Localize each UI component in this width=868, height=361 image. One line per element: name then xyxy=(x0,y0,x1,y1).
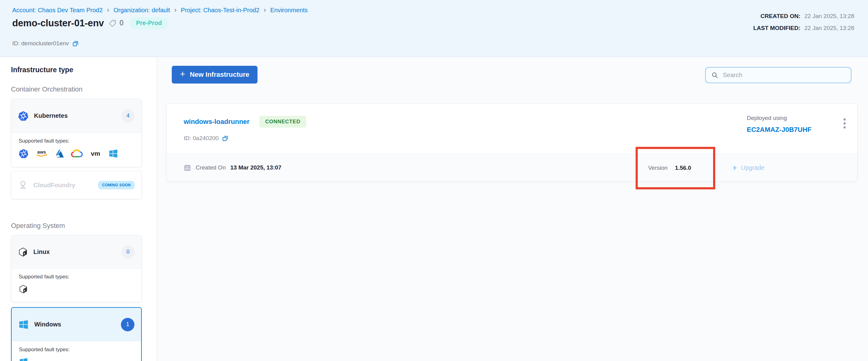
supported-fault-types-label: Supported fault types: xyxy=(19,138,134,144)
created-on-label: Created On xyxy=(196,164,226,171)
infra-type-card-cloudfoundry: CloudFoundry COMING SOON xyxy=(11,171,142,199)
plus-icon: + xyxy=(180,70,185,78)
infra-type-card-windows: Windows 1 Supported fault types: xyxy=(11,307,142,361)
container-orchestration-heading: Container Orchestration xyxy=(11,85,83,93)
infra-type-cloudfoundry: CloudFoundry COMING SOON xyxy=(11,171,142,199)
linux-supported-faults: Supported fault types: xyxy=(11,269,142,300)
infrastructure-id-row: ID: 0a240200 xyxy=(184,135,228,142)
windows-icon xyxy=(19,357,28,361)
created-on-label: CREATED ON: xyxy=(761,13,801,20)
last-modified-row: LAST MODIFIED: 22 Jan 2025, 13:28 xyxy=(753,25,854,32)
environment-meta: CREATED ON: 22 Jan 2025, 13:28 LAST MODI… xyxy=(753,13,854,37)
sidebar-title: Infrastructure type xyxy=(11,66,73,74)
deployed-using-label: Deployed using xyxy=(747,115,811,122)
windows-icon xyxy=(19,319,29,330)
infrastructure-type-sidebar: Infrastructure type Container Orchestrat… xyxy=(0,57,157,361)
deployed-using-link[interactable]: EC2AMAZ-J0B7UHF xyxy=(747,126,811,134)
version-label: Version xyxy=(648,165,668,171)
page-header: Account: Chaos Dev Team Prod2 › Organiza… xyxy=(0,0,868,57)
infra-type-label: Linux xyxy=(33,249,50,256)
copy-icon[interactable] xyxy=(222,135,228,142)
fault-type-icons: aws xyxy=(19,149,134,159)
infra-type-label: Kubernetes xyxy=(34,112,68,119)
cloudfoundry-icon xyxy=(18,180,28,190)
breadcrumb-project[interactable]: Project: Chaos-Test-in-Prod2 xyxy=(181,7,260,14)
operating-system-heading: Operating System xyxy=(11,222,65,230)
infra-type-label: Windows xyxy=(34,321,61,328)
tag-icon xyxy=(109,19,117,27)
breadcrumb-separator: › xyxy=(264,6,266,14)
infra-type-windows[interactable]: Windows 1 xyxy=(12,308,141,341)
infra-type-linux[interactable]: Linux 0 xyxy=(11,236,142,269)
page-title: demo-cluster-01-env xyxy=(12,18,104,29)
search-box xyxy=(705,67,851,83)
created-on-row: CREATED ON: 22 Jan 2025, 13:28 xyxy=(753,13,854,20)
infra-type-card-kubernetes: Kubernetes 4 Supported fault types: xyxy=(11,99,142,167)
infrastructure-name-row: windows-loadrunner CONNECTED xyxy=(184,116,306,128)
infrastructure-id: ID: 0a240200 xyxy=(184,135,219,142)
breadcrumb-environments[interactable]: Environments xyxy=(270,7,308,14)
infrastructure-card-footer: Created On 13 Mar 2025, 13:07 Version 1.… xyxy=(166,154,857,182)
linux-icon xyxy=(19,285,28,294)
last-modified-label: LAST MODIFIED: xyxy=(753,25,800,32)
environment-details-page: Account: Chaos Dev Team Prod2 › Organiza… xyxy=(0,0,868,361)
vmware-icon: vm xyxy=(89,149,102,158)
title-row: demo-cluster-01-env 0 Pre-Prod xyxy=(12,17,168,29)
kubernetes-count-badge: 4 xyxy=(121,109,135,123)
more-options-menu[interactable] xyxy=(842,117,847,130)
breadcrumb-separator: › xyxy=(107,6,109,14)
last-modified-value: 22 Jan 2025, 13:28 xyxy=(804,25,854,32)
env-type-badge: Pre-Prod xyxy=(130,17,167,29)
deployed-using-block: Deployed using EC2AMAZ-J0B7UHF xyxy=(747,115,811,134)
aws-icon: aws xyxy=(35,149,49,158)
status-badge: CONNECTED xyxy=(259,116,306,128)
breadcrumb-account[interactable]: Account: Chaos Dev Team Prod2 xyxy=(12,7,102,14)
breadcrumb-separator: › xyxy=(174,6,176,14)
environment-id: ID: democluster01env xyxy=(12,40,69,47)
created-on-value: 13 Mar 2025, 13:07 xyxy=(230,164,281,171)
linux-icon xyxy=(18,247,28,257)
tag-count: 0 xyxy=(119,19,123,27)
infrastructure-name-link[interactable]: windows-loadrunner xyxy=(184,118,250,126)
azure-icon xyxy=(55,149,65,158)
new-infrastructure-button[interactable]: + New Infrastructure xyxy=(172,66,257,84)
tags-indicator[interactable]: 0 xyxy=(109,19,123,27)
supported-fault-types-label: Supported fault types: xyxy=(19,347,134,353)
infrastructure-card: windows-loadrunner CONNECTED ID: 0a24020… xyxy=(166,103,858,182)
lightning-icon xyxy=(732,165,738,171)
svg-text:vm: vm xyxy=(91,150,100,157)
infra-type-card-linux: Linux 0 Supported fault types: xyxy=(11,235,142,302)
upgrade-label: Upgrade xyxy=(741,164,765,171)
breadcrumb-organization[interactable]: Organization: default xyxy=(114,7,170,14)
supported-fault-types-label: Supported fault types: xyxy=(19,274,134,280)
calendar-icon xyxy=(184,164,191,171)
environment-id-row: ID: democluster01env xyxy=(12,40,79,47)
kubernetes-supported-faults: Supported fault types: xyxy=(11,133,142,165)
windows-count-badge: 1 xyxy=(121,318,134,331)
kubernetes-icon xyxy=(19,149,29,159)
svg-text:aws: aws xyxy=(37,149,46,155)
copy-icon[interactable] xyxy=(72,40,79,47)
version-value: 1.56.0 xyxy=(675,165,691,171)
created-on-value: 22 Jan 2025, 13:28 xyxy=(804,13,854,20)
infra-type-kubernetes[interactable]: Kubernetes 4 xyxy=(11,99,142,133)
search-icon xyxy=(711,72,718,78)
infrastructures-panel: + New Infrastructure windows-loadrunner … xyxy=(157,57,868,361)
created-on-block: Created On 13 Mar 2025, 13:07 xyxy=(184,164,281,171)
kubernetes-icon xyxy=(18,111,29,121)
coming-soon-badge: COMING SOON xyxy=(98,181,135,189)
windows-icon xyxy=(108,149,118,159)
breadcrumb: Account: Chaos Dev Team Prod2 › Organiza… xyxy=(12,6,308,14)
version-block: Version 1.56.0 xyxy=(648,154,691,182)
linux-count-badge: 0 xyxy=(121,245,135,259)
fault-type-icons xyxy=(19,357,134,361)
windows-supported-faults: Supported fault types: xyxy=(12,341,141,361)
gcp-icon xyxy=(71,149,83,158)
upgrade-button[interactable]: Upgrade xyxy=(732,154,765,182)
fault-type-icons xyxy=(19,285,134,294)
search-input[interactable] xyxy=(723,72,845,78)
infra-type-label: CloudFoundry xyxy=(33,182,75,189)
new-infrastructure-label: New Infrastructure xyxy=(190,71,249,78)
